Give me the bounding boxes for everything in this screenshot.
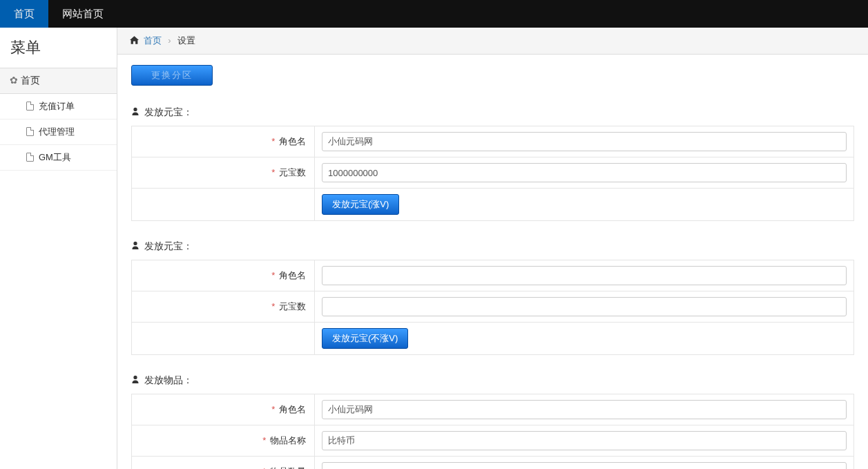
person-icon xyxy=(131,240,139,251)
breadcrumb-separator: › xyxy=(168,35,171,46)
gear-icon: ✿ xyxy=(10,75,18,86)
form-yuanbao-v: * 角色名 * 元宝数 发放元宝(涨V) xyxy=(131,126,854,221)
field-label: 元宝数 xyxy=(279,301,306,312)
section-title-yuanbao-nov: 发放元宝： xyxy=(131,240,854,253)
field-label: 元宝数 xyxy=(279,167,306,178)
item-name-input[interactable] xyxy=(322,431,847,450)
sidebar-item-recharge[interactable]: 充值订单 xyxy=(0,94,117,119)
nav-home[interactable]: 首页 xyxy=(0,0,48,28)
sidebar-item-label: 充值订单 xyxy=(39,101,75,111)
home-icon xyxy=(130,35,142,46)
yuanbao-count-input[interactable] xyxy=(322,163,847,182)
file-icon xyxy=(26,102,34,111)
file-icon xyxy=(26,153,34,162)
sidebar-section-label: 首页 xyxy=(21,75,40,86)
sidebar-title: 菜单 xyxy=(0,28,117,68)
role-name-input[interactable] xyxy=(322,400,847,419)
nav-site-home[interactable]: 网站首页 xyxy=(48,0,117,28)
file-icon xyxy=(26,127,34,136)
main-content: 首页 › 设置 更换分区 发放元宝： * 角色名 * 元宝数 xyxy=(117,28,868,469)
sidebar-section-home[interactable]: ✿首页 xyxy=(0,68,117,94)
yuanbao-count-input[interactable] xyxy=(322,297,847,316)
field-label: 角色名 xyxy=(279,136,306,146)
sidebar: 菜单 ✿首页 充值订单 代理管理 GM工具 xyxy=(0,28,117,469)
section-title-items: 发放物品： xyxy=(131,374,854,387)
item-qty-input[interactable] xyxy=(322,462,847,469)
form-items: * 角色名 * 物品名称 * 物品数量 发放物品 xyxy=(131,394,854,469)
role-name-input[interactable] xyxy=(322,132,847,151)
sidebar-item-label: GM工具 xyxy=(39,152,71,162)
section-title-text: 发放元宝： xyxy=(144,106,193,117)
breadcrumb-current: 设置 xyxy=(177,35,195,46)
switch-zone-button[interactable]: 更换分区 xyxy=(131,65,213,86)
person-icon xyxy=(131,374,139,385)
field-label: 角色名 xyxy=(279,270,306,280)
sidebar-item-gmtool[interactable]: GM工具 xyxy=(0,145,117,171)
submit-yuanbao-nov-button[interactable]: 发放元宝(不涨V) xyxy=(322,328,408,349)
field-label: 物品名称 xyxy=(270,435,306,446)
form-yuanbao-nov: * 角色名 * 元宝数 发放元宝(不涨V) xyxy=(131,260,854,355)
role-name-input[interactable] xyxy=(322,266,847,285)
section-title-text: 发放元宝： xyxy=(144,240,193,251)
sidebar-item-label: 代理管理 xyxy=(39,126,75,137)
field-label: 物品数量 xyxy=(270,466,306,469)
section-title-text: 发放物品： xyxy=(144,374,193,385)
top-nav: 首页 网站首页 xyxy=(0,0,868,28)
field-label: 角色名 xyxy=(279,404,306,414)
submit-yuanbao-v-button[interactable]: 发放元宝(涨V) xyxy=(322,194,399,215)
breadcrumb: 首页 › 设置 xyxy=(117,28,868,55)
breadcrumb-home-link[interactable]: 首页 xyxy=(144,35,162,46)
person-icon xyxy=(131,106,139,117)
section-title-yuanbao-v: 发放元宝： xyxy=(131,106,854,119)
sidebar-item-agent[interactable]: 代理管理 xyxy=(0,119,117,145)
